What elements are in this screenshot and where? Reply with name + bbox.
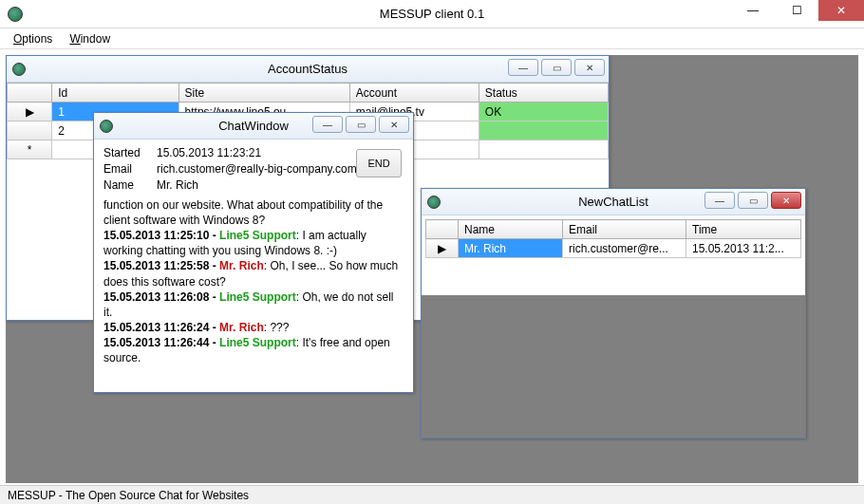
app-icon [427,196,441,209]
cell-name[interactable]: Mr. Rich [459,239,563,258]
app-icon [8,7,23,22]
mdi-area: AccountStatus — ▭ ✕ Id Site Account Stat… [6,55,858,483]
menu-window[interactable]: Window [69,32,110,46]
name-value: Mr. Rich [157,177,198,193]
chat-window: ChatWindow — ▭ ✕ END Started15.05.2013 1… [93,112,414,393]
started-value: 15.05.2013 11:23:21 [157,145,261,160]
minimize-button[interactable]: — [731,0,775,21]
grid-corner [8,84,52,103]
chat-timestamp: 15.05.2013 11:26:44 - [103,336,219,349]
col-id[interactable]: Id [52,84,178,103]
maximize-button[interactable]: ▭ [346,116,376,133]
window-title: ChatWindow [218,119,289,133]
email-label: Email [103,161,157,177]
minimize-button[interactable]: — [704,192,735,209]
row-marker [8,121,52,140]
new-chat-grid[interactable]: Name Email Time ▶ Mr. Rich rich.customer… [425,219,801,258]
end-button[interactable]: END [356,149,402,177]
table-row[interactable]: ▶ Mr. Rich rich.customer@re... 15.05.201… [426,239,801,258]
window-title: AccountStatus [268,62,347,76]
statusbar: MESSUP - The Open Source Chat for Websit… [0,485,864,504]
grid-corner [426,220,459,239]
chat-timestamp: 15.05.2013 11:26:24 - [103,321,219,334]
chat-sender: Mr. Rich [219,321,264,334]
row-marker: ▶ [8,103,52,121]
window-controls: — ☐ ✕ [731,0,864,21]
cell-status[interactable]: OK [479,103,608,121]
app-icon [100,120,113,133]
col-time[interactable]: Time [686,220,801,239]
chat-timestamp: 15.05.2013 11:26:08 - [103,290,219,304]
chat-text: : ??? [264,321,290,334]
col-status[interactable]: Status [479,84,608,103]
cell-status[interactable] [479,140,608,159]
chat-sender: Line5 Support [219,290,296,304]
window-title: NewChatList [578,195,648,209]
col-account[interactable]: Account [349,84,479,103]
minimize-button[interactable]: — [508,59,538,76]
app-title: MESSUP client 0.1 [380,7,484,21]
email-value: rich.customer@really-big-company.com [157,161,357,177]
cell-time[interactable]: 15.05.2013 11:2... [686,239,801,258]
maximize-button[interactable]: ▭ [541,59,572,76]
app-icon [12,63,26,76]
col-name[interactable]: Name [459,220,563,239]
name-label: Name [103,177,157,193]
close-button[interactable]: ✕ [771,192,801,209]
new-chat-list-window: NewChatList — ▭ ✕ Name Email Time ▶ Mr. … [421,188,806,439]
menubar: Options Window [0,28,864,49]
maximize-button[interactable]: ☐ [775,0,818,21]
close-button[interactable]: ✕ [574,59,605,76]
chat-sender: Mr. Rich [219,259,264,272]
row-marker: * [8,140,52,159]
status-text: MESSUP - The Open Source Chat for Websit… [8,489,249,502]
chat-text: function on our website. What about comp… [103,198,383,227]
cell-email[interactable]: rich.customer@re... [563,239,686,258]
maximize-button[interactable]: ▭ [738,192,768,209]
minimize-button[interactable]: — [312,116,343,133]
chat-timestamp: 15.05.2013 11:25:10 - [103,229,219,242]
close-button[interactable]: ✕ [818,0,864,21]
child-titlebar[interactable]: NewChatList — ▭ ✕ [422,189,805,215]
col-site[interactable]: Site [178,84,349,103]
app-titlebar: MESSUP client 0.1 — ☐ ✕ [0,0,864,28]
close-button[interactable]: ✕ [379,116,409,133]
chat-sender: Line5 Support [219,229,296,242]
col-email[interactable]: Email [563,220,686,239]
menu-options[interactable]: Options [13,32,52,46]
cell-status[interactable] [479,121,608,140]
chat-log: function on our website. What about comp… [103,197,404,366]
started-label: Started [103,145,157,160]
chat-timestamp: 15.05.2013 11:25:58 - [103,259,219,272]
child-titlebar[interactable]: ChatWindow — ▭ ✕ [94,113,413,140]
chat-sender: Line5 Support [219,336,296,349]
row-marker: ▶ [426,239,459,258]
child-titlebar[interactable]: AccountStatus — ▭ ✕ [7,56,609,83]
